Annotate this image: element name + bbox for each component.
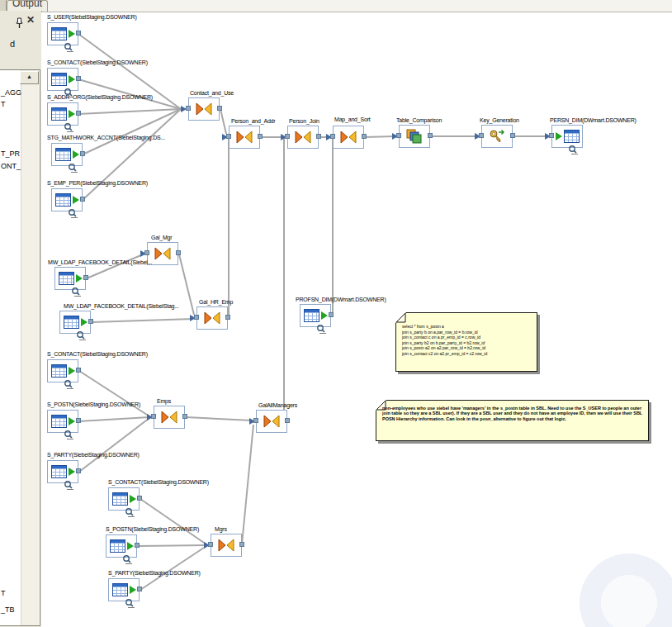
play-arrow-icon bbox=[73, 196, 79, 204]
list-item[interactable]: _AGG bbox=[1, 88, 21, 97]
play-arrow-icon bbox=[127, 542, 134, 550]
view-data-magnifier-icon[interactable] bbox=[64, 430, 77, 440]
node-gal-all-managers[interactable] bbox=[256, 410, 287, 433]
list-item[interactable]: T_PR bbox=[1, 150, 20, 158]
output-port bbox=[80, 151, 85, 156]
close-icon[interactable]: ✕ bbox=[26, 14, 35, 26]
node-label: MW_LDAP_FACEBOOK_DETAIL(Siebel... bbox=[48, 259, 152, 265]
top-strip: Output bbox=[0, 0, 672, 12]
node-label: Emps bbox=[157, 398, 171, 404]
output-port bbox=[225, 315, 230, 320]
node-person-join[interactable] bbox=[287, 126, 319, 149]
node-label: MW_LDAP_FACEBOOK_DETAIL(SiebelStag... bbox=[64, 303, 179, 309]
table-icon bbox=[64, 316, 79, 329]
play-arrow-icon bbox=[130, 586, 136, 594]
join-bowtie-icon bbox=[195, 102, 213, 116]
output-port bbox=[83, 275, 88, 280]
join-bowtie-icon bbox=[154, 247, 172, 260]
node-mgrs[interactable] bbox=[211, 534, 242, 557]
node-label: Contact_and_Use bbox=[190, 90, 234, 96]
pin-icon[interactable] bbox=[15, 17, 24, 29]
table-icon bbox=[55, 193, 71, 207]
note-fold-corner-icon bbox=[395, 312, 407, 324]
join-bowtie-icon bbox=[203, 311, 221, 325]
node-label: Gal_HR_Emp bbox=[199, 299, 233, 305]
input-port bbox=[253, 418, 258, 423]
output-port bbox=[285, 418, 290, 423]
view-data-magnifier-icon[interactable] bbox=[64, 42, 77, 53]
input-port bbox=[144, 250, 149, 255]
output-port bbox=[76, 31, 81, 36]
output-port bbox=[76, 468, 81, 473]
view-data-magnifier-icon[interactable] bbox=[316, 324, 329, 335]
view-data-magnifier-icon[interactable] bbox=[71, 287, 84, 297]
background-watermark bbox=[532, 504, 672, 627]
play-arrow-icon bbox=[81, 318, 88, 326]
play-arrow-icon bbox=[76, 274, 83, 283]
output-port bbox=[182, 414, 187, 419]
tab-output[interactable]: Output bbox=[7, 0, 48, 12]
view-data-magnifier-icon[interactable] bbox=[122, 554, 135, 565]
output-port bbox=[80, 197, 85, 202]
view-data-magnifier-icon[interactable] bbox=[125, 598, 138, 609]
node-person-and-addr[interactable] bbox=[229, 126, 260, 149]
table-icon bbox=[51, 73, 67, 86]
list-item[interactable]: T bbox=[1, 100, 6, 108]
table-icon bbox=[51, 27, 67, 40]
output-port bbox=[135, 543, 140, 548]
note-comment-text: non-employees who use siebel have 'manag… bbox=[382, 406, 643, 421]
output-port bbox=[76, 368, 81, 373]
list-item[interactable]: ONT_ bbox=[1, 162, 21, 170]
output-port bbox=[329, 312, 334, 317]
node-contact-and-use[interactable] bbox=[188, 97, 220, 121]
listbox-scrollbar[interactable] bbox=[21, 70, 39, 625]
join-bowtie-icon bbox=[217, 539, 235, 552]
output-port bbox=[76, 418, 81, 423]
view-data-magnifier-icon[interactable] bbox=[125, 507, 138, 518]
designer-window: Output ✕ d ▲ _AGG T T_PR ONT_ T _TB bbox=[0, 0, 672, 627]
table-icon bbox=[51, 107, 67, 121]
input-port bbox=[330, 134, 335, 139]
play-arrow-icon bbox=[69, 468, 75, 476]
join-bowtie-icon bbox=[294, 131, 312, 144]
input-port bbox=[396, 133, 401, 138]
view-data-magnifier-icon[interactable] bbox=[68, 208, 81, 219]
node-label: PROFSN_DIM(DWmart.DSOWNER) bbox=[296, 297, 386, 302]
view-data-magnifier-icon[interactable] bbox=[76, 330, 89, 341]
dataflow-canvas[interactable]: S_USER(SiebelStaging.DSOWNER) S_CONTACT(… bbox=[41, 12, 672, 627]
annotation-note-comment[interactable]: non-employees who use siebel have 'manag… bbox=[376, 400, 649, 441]
node-map-and-sort[interactable] bbox=[333, 126, 364, 149]
node-gal-hr-emp[interactable] bbox=[196, 306, 228, 330]
input-port bbox=[226, 134, 231, 139]
node-label: STG_MATHWORK_ACCNT(SiebelStaging.DS... bbox=[47, 135, 165, 140]
view-data-magnifier-icon[interactable] bbox=[568, 145, 581, 155]
view-data-magnifier-icon[interactable] bbox=[64, 122, 77, 133]
node-label: S_CONTACT(SiebelStaging.DSOWNER) bbox=[47, 351, 148, 357]
scroll-up-button[interactable]: ▲ bbox=[20, 71, 39, 84]
table-icon bbox=[112, 492, 128, 506]
input-port bbox=[186, 106, 191, 111]
table-icon bbox=[55, 148, 71, 161]
node-label: S_PARTY(SiebelStaging.DSOWNER) bbox=[108, 570, 201, 576]
list-item[interactable]: _TB bbox=[1, 606, 15, 614]
input-port bbox=[549, 133, 554, 138]
list-item[interactable]: T bbox=[1, 589, 6, 597]
view-data-magnifier-icon[interactable] bbox=[64, 379, 77, 390]
table-icon bbox=[59, 272, 74, 285]
view-data-magnifier-icon[interactable] bbox=[68, 163, 81, 173]
object-listbox[interactable]: ▲ _AGG T T_PR ONT_ T _TB bbox=[0, 69, 40, 626]
annotation-note-sql[interactable]: select * from s_postn a join s_party b o… bbox=[395, 312, 537, 372]
output-port bbox=[239, 542, 244, 547]
node-emps[interactable] bbox=[154, 406, 185, 429]
input-port bbox=[285, 134, 290, 139]
play-arrow-icon bbox=[69, 417, 75, 425]
node-key-generation[interactable] bbox=[481, 125, 513, 148]
node-label: S_CONTACT(SiebelStaging.DSOWNER) bbox=[108, 479, 209, 485]
node-table-comparison[interactable] bbox=[399, 125, 430, 148]
play-arrow-icon bbox=[69, 110, 75, 118]
node-label: PERSN_DIM(DWmart.DSOWNER) bbox=[550, 117, 637, 123]
note-sql-text: select * from s_postn a join s_party b o… bbox=[402, 324, 487, 357]
output-port bbox=[76, 76, 81, 81]
output-port bbox=[258, 134, 263, 139]
view-data-magnifier-icon[interactable] bbox=[64, 480, 77, 491]
